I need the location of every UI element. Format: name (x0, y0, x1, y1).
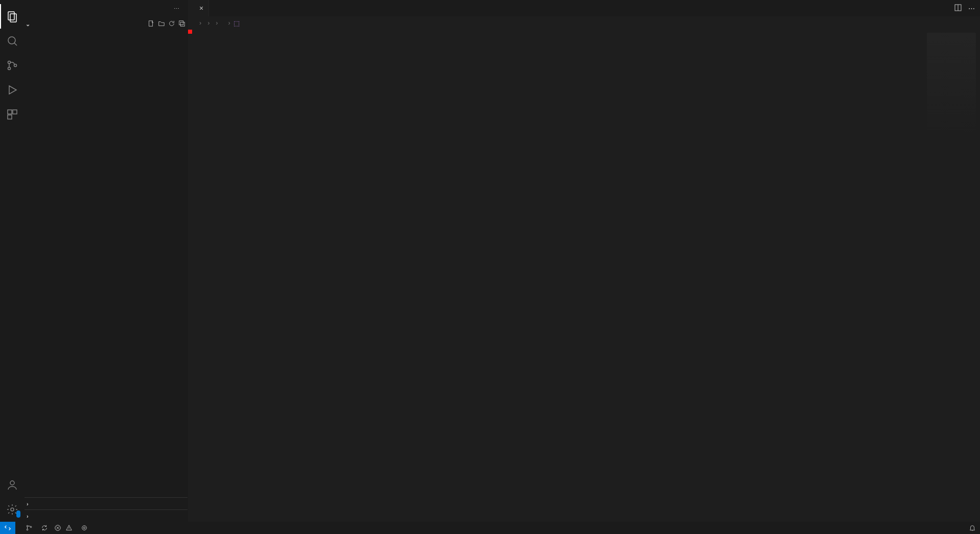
svg-point-6 (14, 64, 17, 67)
tab-functionality-glsl[interactable]: × (188, 0, 209, 16)
code-content[interactable] (217, 30, 980, 522)
run-debug-icon[interactable] (0, 78, 25, 102)
git-branch[interactable] (26, 524, 35, 531)
notifications-icon[interactable] (969, 524, 976, 531)
svg-point-19 (27, 529, 28, 530)
svg-point-23 (83, 527, 85, 529)
line-gutter (188, 30, 217, 522)
svg-point-11 (10, 481, 14, 485)
new-file-icon[interactable] (148, 20, 155, 28)
svg-marker-7 (9, 86, 16, 94)
svg-line-3 (14, 43, 17, 45)
status-bar (0, 522, 980, 534)
ports[interactable] (81, 524, 90, 531)
split-editor-icon[interactable] (954, 4, 962, 13)
settings-badge (16, 510, 20, 518)
sync-icon[interactable] (41, 524, 48, 531)
breadcrumbs[interactable]: › › › › ⬚ (188, 16, 980, 30)
source-control-icon[interactable] (0, 53, 25, 78)
problems[interactable] (54, 524, 75, 531)
workspace-root[interactable]: ⌄ (25, 18, 188, 30)
svg-point-12 (11, 508, 14, 511)
new-folder-icon[interactable] (158, 20, 165, 28)
remote-indicator[interactable] (0, 522, 15, 534)
svg-rect-9 (13, 110, 17, 114)
svg-rect-14 (179, 21, 183, 25)
timeline-section[interactable]: › (25, 509, 188, 522)
sidebar: ⋯ ⌄ › › (25, 0, 188, 522)
svg-point-18 (27, 525, 28, 527)
search-icon[interactable] (0, 29, 25, 53)
svg-rect-8 (8, 110, 12, 114)
collapse-all-icon[interactable] (178, 20, 185, 28)
outline-section[interactable]: › (25, 497, 188, 509)
svg-rect-10 (8, 115, 12, 119)
file-tree[interactable] (25, 30, 188, 497)
editor-more-icon[interactable]: ⋯ (968, 5, 975, 12)
svg-point-2 (8, 37, 15, 44)
account-icon[interactable] (0, 473, 25, 497)
svg-point-24 (82, 526, 87, 530)
sidebar-header: ⋯ (25, 0, 188, 18)
editor-area: × ⋯ › › › › ⬚ (188, 0, 980, 522)
code-editor[interactable] (188, 30, 980, 522)
tab-close-icon[interactable]: × (199, 4, 203, 12)
minimap[interactable] (927, 33, 976, 135)
symbol-icon: ⬚ (234, 19, 240, 27)
svg-rect-0 (8, 12, 14, 20)
svg-point-4 (8, 61, 11, 64)
extensions-icon[interactable] (0, 102, 25, 127)
sidebar-more-icon[interactable]: ⋯ (174, 6, 180, 12)
settings-gear-icon[interactable] (0, 497, 25, 522)
activity-bar (0, 0, 25, 522)
svg-point-5 (8, 67, 11, 70)
svg-rect-15 (180, 22, 184, 26)
explorer-icon[interactable] (0, 4, 25, 29)
refresh-icon[interactable] (168, 20, 175, 28)
tab-bar: × ⋯ (188, 0, 980, 16)
svg-rect-1 (10, 14, 16, 22)
